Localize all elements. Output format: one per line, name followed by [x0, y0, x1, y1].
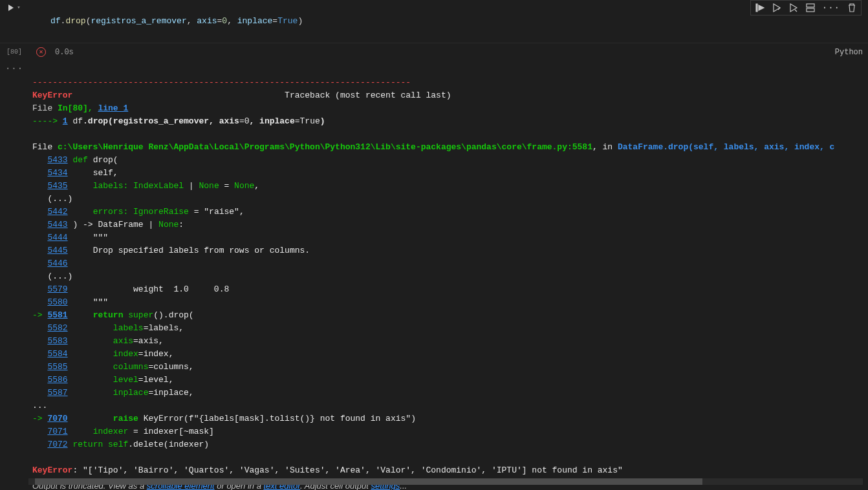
traceback-line-link[interactable]: 5434 — [47, 168, 67, 178]
traceback-line-link[interactable]: 1 — [63, 116, 68, 126]
scrollbar-thumb[interactable] — [35, 478, 702, 485]
traceback-cell-line-link[interactable]: line 1 — [98, 103, 128, 113]
output-gutter[interactable]: ··· — [0, 61, 28, 490]
cell-output[interactable]: ----------------------------------------… — [28, 61, 868, 490]
horizontal-scrollbar[interactable] — [28, 478, 863, 485]
error-message: : "['Tipo', 'Bairro', 'Quartos', 'Vagas'… — [72, 465, 622, 475]
code-token: df — [50, 16, 61, 26]
traceback-line-link[interactable]: 7071 — [47, 427, 67, 436]
execution-status-row: [80] ✕ 0.0s Python — [0, 43, 868, 61]
code-cell: ▾ df.drop(registros_a_remover, axis=0, i… — [0, 0, 868, 43]
traceback-line-link[interactable]: 5584 — [47, 349, 67, 359]
code-editor[interactable]: df.drop(registros_a_remover, axis=0, inp… — [28, 0, 868, 43]
traceback-line-link[interactable]: 5586 — [47, 375, 67, 385]
traceback-function: DataFrame.drop(self, labels, axis, index… — [618, 142, 834, 152]
traceback-line-link[interactable]: 5445 — [47, 246, 67, 255]
traceback-line-link[interactable]: 5442 — [47, 207, 67, 217]
error-status-icon: ✕ — [36, 47, 46, 57]
traceback-line-link[interactable]: 5582 — [47, 323, 67, 333]
traceback-line-link[interactable]: 5587 — [47, 388, 67, 398]
cell-output-row: ··· ------------------------------------… — [0, 61, 868, 490]
traceback-line-link[interactable]: 7070 — [47, 414, 67, 423]
traceback-line-link[interactable]: 5585 — [47, 362, 67, 372]
traceback-line-link[interactable]: 5435 — [47, 181, 67, 191]
run-cell-button[interactable]: ▾ — [8, 4, 20, 11]
traceback-line-link[interactable]: 5446 — [47, 259, 67, 268]
traceback-line-link[interactable]: 5581 — [47, 310, 67, 320]
traceback-line-link[interactable]: 7072 — [47, 440, 67, 449]
execution-count: [80] — [0, 48, 28, 56]
execution-time: 0.0s — [55, 48, 74, 57]
cell-language-label[interactable]: Python — [835, 48, 863, 57]
traceback-line-link[interactable]: 5583 — [47, 336, 67, 346]
cell-gutter: ▾ — [0, 0, 28, 43]
traceback-file-path: c:\Users\Henrique Renz\AppData\Local\Pro… — [58, 142, 592, 152]
error-name: KeyError — [32, 465, 72, 475]
traceback-line-link[interactable]: 5579 — [47, 284, 67, 294]
traceback-line-link[interactable]: 5433 — [47, 155, 67, 165]
traceback-line-link[interactable]: 5580 — [47, 297, 67, 307]
traceback-line-link[interactable]: 5443 — [47, 220, 67, 229]
traceback-line-link[interactable]: 5444 — [47, 233, 67, 242]
